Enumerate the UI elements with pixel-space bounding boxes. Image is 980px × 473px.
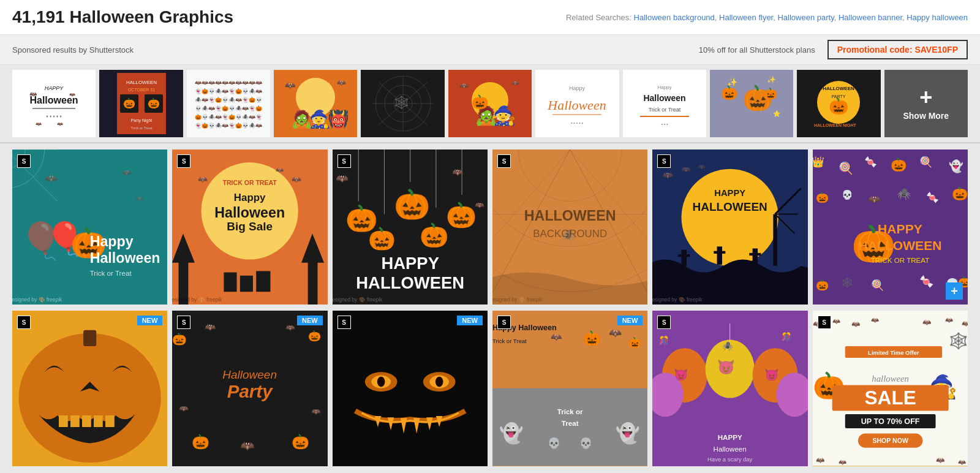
svg-text:HALLOWEEN: HALLOWEEN [693,200,767,213]
grid-item-11[interactable]: S 😈 😈 😈 🕷️ 🎊 🎊 HAPPY [652,311,807,466]
svg-text:🎃: 🎃 [292,433,310,450]
related-link-5[interactable]: Happy halloween [907,13,968,22]
thumb-4[interactable]: 🧟 🧙 👹 🦇 🦇 [274,70,357,137]
svg-rect-83 [308,259,318,305]
related-link-4[interactable]: Halloween banner [839,13,902,22]
s-badge-2: S [177,154,190,168]
svg-text:👻: 👻 [616,422,640,445]
svg-text:🦇: 🦇 [240,439,255,453]
grid-item-5[interactable]: S HAPPY HALLOWE [652,149,807,305]
svg-text:🦇: 🦇 [511,79,519,87]
grid-item-8[interactable]: S NEW 🎃 🎃 🦇 🦇 Halloween Party 🦇 🦇 🎃 🎃 🦇 [172,311,327,466]
grid-item-3[interactable]: S 🎃 🎃 🎃 🎃 🎃 🦇 🦇 🦇 HAPPY [333,149,488,305]
thumb-5[interactable]: 🕸️ [361,70,444,137]
grid-item-6[interactable]: 👑 🍭 🍬 🎃 🍭 👻 🎃 💀 🦇 🕷️ 🍬 🎃 🎃 HAPPY HALLOW [813,149,968,305]
thumbnail-strip: HAPPY Halloween ♦ ♦ ♦ ♦ ♦ 🦇 🦇 🦇 🦇 HALLOW… [0,65,980,143]
grid-item-10[interactable]: S NEW Happy Halloween Trick or Treat 🎃 🦇… [492,311,647,466]
svg-text:🎊: 🎊 [782,333,791,342]
svg-text:😈: 😈 [717,359,735,376]
svg-text:🎃: 🎃 [420,221,449,249]
svg-text:🦇: 🦇 [57,121,63,127]
svg-text:🦇: 🦇 [45,172,58,185]
svg-text:🎃: 🎃 [148,97,160,109]
svg-text:🍭: 🍭 [871,279,884,292]
svg-text:🦇: 🦇 [135,195,144,203]
svg-text:Treat: Treat [562,419,579,427]
svg-text:Happy: Happy [657,85,671,90]
related-link-1[interactable]: Halloween background [634,13,715,22]
svg-text:Halloween: Halloween [714,445,747,453]
svg-text:🦇: 🦇 [832,317,840,325]
svg-text:Trick or Treat: Trick or Treat [90,269,132,277]
svg-text:• • •: • • • [661,122,668,126]
s-badge-4: S [497,154,511,168]
svg-text:🎃: 🎃 [583,330,601,347]
grid-item-9[interactable]: S NEW [333,311,488,466]
s-badge-1: S [17,154,31,168]
svg-text:🎃: 🎃 [816,279,829,292]
svg-text:🍬: 🍬 [864,156,878,168]
show-more-thumb[interactable]: + Show More [884,70,968,137]
thumb-7[interactable]: Happy Halloween • • • • • [535,70,619,137]
svg-text:🧙: 🧙 [493,105,516,127]
svg-text:🎃: 🎃 [890,157,907,173]
grid-item-1[interactable]: S 🦇 🦇 🦇 🎈 🎈 🎃 Happy Halloween [12,149,167,305]
svg-text:🦇: 🦇 [475,200,484,210]
s-badge-5: S [657,154,671,168]
s-badge-11: S [657,316,671,329]
svg-text:Party Night: Party Night [130,118,152,123]
svg-text:👑: 👑 [813,156,825,168]
svg-point-193 [435,377,443,387]
svg-text:🍬: 🍬 [919,274,934,289]
plus-floating-1[interactable]: + [946,282,963,300]
svg-text:SHOP NOW: SHOP NOW [872,437,908,445]
svg-text:🦇: 🦇 [922,319,932,327]
svg-text:Halloween: Halloween [223,368,277,381]
thumb-6[interactable]: 🧟 🧙 🎃 🦇 🦇 [448,70,532,137]
show-more-plus-icon: + [919,86,932,108]
grid-item-2[interactable]: S TRICK OR TREAT Happy Halloween Big Sal… [172,149,327,305]
svg-text:TRICK OR TREAT: TRICK OR TREAT [223,179,277,186]
related-link-3[interactable]: Halloween party [777,13,834,22]
svg-text:🍭: 🍭 [919,156,933,168]
svg-text:• • • • •: • • • • • [571,121,584,125]
promo-right: 10% off for all Shutterstock plans Promo… [699,40,968,59]
main-grid-row2: S NEW [0,311,980,472]
svg-text:🦇: 🦇 [459,81,469,90]
svg-text:🎃: 🎃 [472,94,489,110]
svg-text:🦇: 🦇 [179,404,189,414]
thumb-10[interactable]: HALLOWEEN PARTY 🎃 HALLOWEEN NIGHT [797,70,880,137]
svg-rect-131 [714,251,726,254]
svg-point-127 [682,169,778,266]
svg-text:Big Sale: Big Sale [227,220,273,233]
discount-text: 10% off for all Shutterstock plans [699,45,815,55]
svg-rect-187 [333,311,488,466]
thumb-3[interactable]: 🦇🦇🦇🦇🦇🦇🦇🦇🦇🦇 👻🎃💀🕷️🦇👻🎃💀🕷️🦇 🕷️🦇👻🎃💀🕷️🦇👻🎃💀 💀🕷️… [187,70,270,137]
svg-rect-137 [774,214,777,266]
svg-text:Happy: Happy [569,85,586,91]
svg-text:designed by 🎨 freepik: designed by 🎨 freepik [492,297,543,303]
sponsored-text: Sponsored results by Shutterstock [12,45,134,55]
svg-text:🦇: 🦇 [839,459,847,466]
thumb-1[interactable]: HAPPY Halloween ♦ ♦ ♦ ♦ ♦ 🦇 🦇 🦇 🦇 [12,70,96,137]
svg-text:🎃: 🎃 [628,336,642,349]
svg-text:👻: 👻 [499,422,524,445]
grid-item-12[interactable]: S 🦇 🦇 🦇 🦇 🦇 🦇 🦇 🕸️ 🎃 🧙 Limited Time Offe… [813,311,968,466]
svg-text:🎃: 🎃 [172,332,187,346]
svg-text:🕷️: 🕷️ [897,187,911,201]
thumb-2[interactable]: HALLOWEEN OCTOBER 31 🎃 🎃 Party Night Tri… [99,70,183,137]
s-badge-7: S [17,316,31,329]
thumb-9[interactable]: 🎃 🎃 🎃 ✨ ✨ ⭐ [710,70,793,137]
new-badge-9: NEW [457,316,483,325]
thumb-8[interactable]: Happy Halloween Trick or Treat • • • [623,70,706,137]
related-link-2[interactable]: Halloween flyer [719,13,773,22]
svg-rect-90 [240,276,253,292]
svg-rect-91 [257,271,271,292]
svg-text:🦇: 🦇 [662,170,674,181]
grid-item-4[interactable]: S 🕷️ HALLOWEEN BACKGROUND [492,149,647,305]
svg-text:halloween: halloween [872,374,909,384]
grid-item-7[interactable]: S NEW [12,311,167,466]
svg-text:🎃: 🎃 [394,187,431,222]
svg-text:🦇: 🦇 [945,316,954,324]
s-badge-3: S [337,154,351,168]
